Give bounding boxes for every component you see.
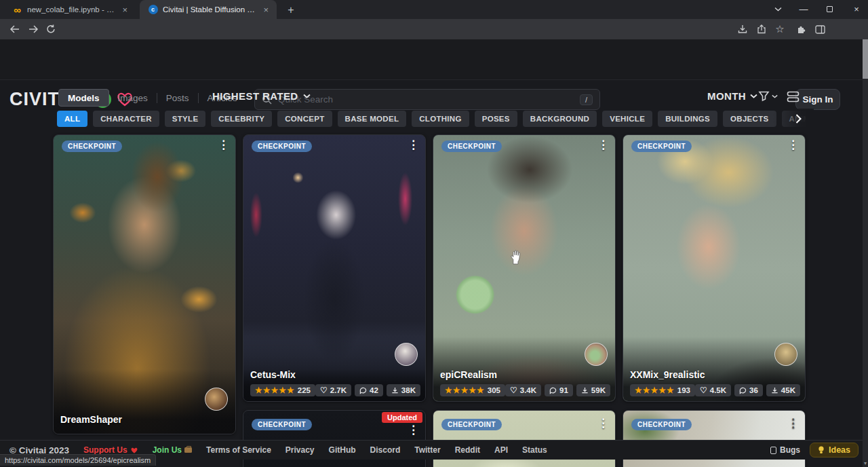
window-minimize-button[interactable]: — <box>792 0 815 18</box>
chip-character[interactable]: CHARACTER <box>93 111 159 127</box>
comments-count: 91 <box>559 386 568 394</box>
rating-pill: ★★★★★ 193 <box>630 384 695 396</box>
checkpoint-badge: CHECKPOINT <box>252 141 312 152</box>
heart-icon: ♡ <box>320 386 328 395</box>
downloads-pill: 45K <box>766 384 800 396</box>
window-restore-button[interactable] <box>818 0 841 18</box>
period-dropdown[interactable]: MONTH <box>707 90 757 102</box>
status-url-popup: https://civitai.com/models/25694/epicrea… <box>0 454 156 466</box>
heart-icon <box>130 447 138 454</box>
comments-count: 42 <box>370 386 378 394</box>
card-menu-icon[interactable]: ⋮ <box>597 139 609 151</box>
comment-icon <box>739 387 747 394</box>
chip-vehicle[interactable]: VEHICLE <box>602 111 652 127</box>
back-icon[interactable] <box>7 22 22 37</box>
page-scrollbar[interactable]: ▾ <box>863 39 868 467</box>
chip-poses[interactable]: POSES <box>475 111 517 127</box>
rating-pill: ★★★★★ 225 <box>250 384 315 396</box>
twitter-link[interactable]: Twitter <box>414 445 440 455</box>
card-menu-icon[interactable]: ⋮ <box>787 139 799 151</box>
chevron-down-icon <box>750 94 757 98</box>
card-menu-icon[interactable]: ⋮ <box>408 139 419 151</box>
chip-background[interactable]: BACKGROUND <box>523 111 597 127</box>
chip-clothing[interactable]: CLOTHING <box>412 111 469 127</box>
share-icon[interactable] <box>755 23 768 35</box>
tab-colab[interactable]: ∞ new_colab_file.ipynb - Colaborat × <box>4 0 136 19</box>
scrollbar-thumb[interactable] <box>863 39 868 79</box>
join-us-link[interactable]: Join Us <box>153 445 192 455</box>
card-menu-icon[interactable]: ⋮ <box>408 424 419 436</box>
model-title: epiCRealism <box>440 369 608 380</box>
comments-count: 36 <box>749 386 758 394</box>
chip-buildings[interactable]: BUILDINGS <box>658 111 717 127</box>
card-menu-icon[interactable]: ⋮ <box>218 139 229 151</box>
chip-all[interactable]: ALL <box>57 111 87 127</box>
downloads-pill: 38K <box>387 384 420 396</box>
layout-toggle-button[interactable] <box>787 91 800 105</box>
briefcase-icon <box>184 447 192 453</box>
chips-scroll-right-button[interactable] <box>773 109 814 129</box>
chip-concept[interactable]: CONCEPT <box>277 111 332 127</box>
download-page-icon[interactable] <box>736 23 749 35</box>
sort-dropdown[interactable]: HIGHEST RATED <box>212 90 311 102</box>
new-tab-button[interactable]: + <box>283 3 298 18</box>
side-panel-icon[interactable] <box>814 23 826 35</box>
discord-link[interactable]: Discord <box>370 445 401 455</box>
likes-count: 3.4K <box>520 386 536 394</box>
comments-pill: 91 <box>545 384 573 396</box>
support-us-link[interactable]: Support Us <box>83 445 138 455</box>
tab-images[interactable]: Images <box>109 89 157 107</box>
bugs-link[interactable]: Bugs <box>770 445 800 455</box>
mouse-cursor-hand-icon <box>509 249 523 267</box>
scrollbar-down-arrow[interactable]: ▾ <box>863 459 868 467</box>
tab-civitai[interactable]: c Civitai | Stable Diffusion models, × <box>140 0 277 19</box>
creator-avatar[interactable] <box>585 343 608 366</box>
heart-icon: ♡ <box>510 386 517 395</box>
colab-icon: ∞ <box>12 5 22 15</box>
funnel-icon <box>758 90 770 102</box>
privacy-link[interactable]: Privacy <box>285 445 315 455</box>
likes-count: 4.5K <box>710 386 726 394</box>
chip-objects[interactable]: OBJECTS <box>723 111 776 127</box>
star-rating-icon: ★★★★★ <box>635 386 675 395</box>
creator-avatar[interactable] <box>395 343 418 366</box>
chip-base-model[interactable]: BASE MODEL <box>338 111 407 127</box>
chip-style[interactable]: STYLE <box>165 111 206 127</box>
bookmark-star-icon[interactable]: ☆ <box>774 23 786 35</box>
reddit-link[interactable]: Reddit <box>455 445 480 455</box>
chevron-down-icon <box>303 94 311 98</box>
model-card-cetus-mix[interactable]: CHECKPOINT ⋮ Cetus-Mix ★★★★★ 225 ♡2.7K 4… <box>243 134 426 402</box>
model-title: Cetus-Mix <box>250 369 418 380</box>
model-card-xxmix9realistic[interactable]: CHECKPOINT ⋮ XXMix_9realistic ★★★★★ 193 … <box>623 134 806 402</box>
filters-button[interactable] <box>758 90 778 102</box>
checkpoint-badge: CHECKPOINT <box>631 419 692 430</box>
chip-celebrity[interactable]: CELEBRITY <box>211 111 272 127</box>
window-chevron-icon[interactable] <box>766 0 789 18</box>
card-menu-icon[interactable]: ⋮ <box>597 417 609 429</box>
tab-close-icon[interactable]: × <box>260 5 271 15</box>
model-card-dreamshaper[interactable]: CHECKPOINT ⋮ DreamShaper <box>53 134 236 434</box>
star-rating-icon: ★★★★★ <box>255 386 295 395</box>
lightbulb-icon <box>818 446 825 455</box>
model-stats: ★★★★★ 193 ♡4.5K 36 45K <box>630 384 798 396</box>
status-link[interactable]: Status <box>522 445 547 455</box>
star-rating-icon: ★★★★★ <box>445 386 485 395</box>
github-link[interactable]: GitHub <box>329 445 356 455</box>
reload-icon[interactable] <box>43 22 58 37</box>
window-close-button[interactable]: × <box>845 0 868 18</box>
tab-close-icon[interactable]: × <box>119 5 130 15</box>
api-link[interactable]: API <box>494 445 508 455</box>
card-menu-icon[interactable]: ⋮ <box>787 417 799 429</box>
model-card-epicrealism[interactable]: CHECKPOINT ⋮ epiCRealism ★★★★★ 305 ♡3.4K… <box>433 134 616 402</box>
tab-posts[interactable]: Posts <box>157 89 198 107</box>
screen: ∞ new_colab_file.ipynb - Colaborat × c C… <box>0 0 868 467</box>
creator-avatar[interactable] <box>774 343 797 366</box>
creator-avatar[interactable] <box>205 388 228 411</box>
ideas-button[interactable]: Ideas <box>810 443 859 457</box>
tab-models[interactable]: Models <box>58 89 109 107</box>
forward-icon[interactable] <box>26 22 41 37</box>
terms-link[interactable]: Terms of Service <box>206 445 271 455</box>
model-stats: ★★★★★ 225 ♡2.7K 42 38K <box>250 384 418 396</box>
site-header: CIVITAI + / Sign In <box>0 39 868 80</box>
extensions-puzzle-icon[interactable] <box>795 23 808 35</box>
